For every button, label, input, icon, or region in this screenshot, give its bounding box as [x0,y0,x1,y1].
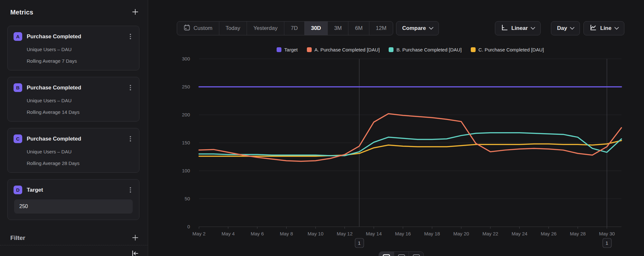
kebab-menu-icon[interactable] [128,136,133,142]
metric-rolling-average: Rolling Average 14 Days [27,109,133,115]
chart-view-icon [383,254,390,256]
filter-section-title: Filter [10,234,25,242]
metrics-report-app: Metrics APurchase CompletedUnique Users … [0,0,644,256]
sidebar: Metrics APurchase CompletedUnique Users … [0,0,148,256]
add-filter-button[interactable] [132,234,139,242]
metric-view-icon [412,254,420,256]
x-axis-tick-label: May 12 [337,231,353,236]
plus-icon [132,8,139,16]
x-axis-tick-label: May 10 [308,231,323,236]
metrics-section-title: Metrics [10,9,33,16]
y-axis-tick-label: 50 [185,196,190,201]
y-axis-tick-label: 250 [182,84,190,89]
kebab-menu-icon[interactable] [128,187,133,193]
collapse-left-icon [131,250,139,256]
series-letter-badge: D [14,186,22,194]
series-letter-badge: A [14,32,22,41]
annotation-badge-label: 1 [358,240,360,246]
annotation-badge[interactable]: 1 [355,238,364,248]
x-axis-tick-label: May 2 [193,231,206,236]
metric-title: Target [27,187,128,193]
metric-card-list: APurchase CompletedUnique Users – DAURol… [7,26,139,220]
x-axis-tick-label: May 16 [395,231,411,236]
x-axis-tick-label: May 4 [222,231,235,236]
metric-title: Purchase Completed [27,85,128,91]
table-view-icon [398,254,405,256]
plus-icon [132,234,139,242]
sidebar-footer-divider [0,245,148,245]
metric-card-header: CPurchase Completed [14,134,133,143]
x-axis-tick-label: May 20 [453,231,469,236]
metric-card-b[interactable]: BPurchase CompletedUnique Users – DAURol… [7,77,139,122]
kebab-menu-icon[interactable] [128,85,133,90]
y-axis-tick-label: 150 [182,140,190,145]
x-axis-tick-label: May 18 [424,231,440,236]
annotation-badge-label: 1 [606,240,608,246]
filter-row: Filter [10,233,139,243]
line-chart[interactable]: 050100150200250300May 2May 4May 6May 8Ma… [148,0,644,256]
y-axis-tick-label: 300 [182,56,190,61]
metric-view-button[interactable] [409,252,423,256]
chart-view-button[interactable] [379,252,394,256]
add-metric-button[interactable] [132,8,139,16]
target-value-input[interactable]: 250 [14,199,133,214]
metric-measurement: Unique Users – DAU [27,97,133,104]
metric-card-header: BPurchase Completed [14,83,133,92]
metric-measurement: Unique Users – DAU [27,46,133,52]
metric-card-c[interactable]: CPurchase CompletedUnique Users – DAURol… [7,128,139,173]
x-axis-tick-label: May 22 [482,231,498,236]
metric-card-a[interactable]: APurchase CompletedUnique Users – DAURol… [7,26,139,70]
metric-title: Purchase Completed [27,33,128,40]
series-letter-badge: B [14,83,22,92]
y-axis-tick-label: 200 [182,112,190,117]
table-view-button[interactable] [394,252,409,256]
metric-measurement: Unique Users – DAU [27,149,133,155]
x-axis-tick-label: May 14 [366,231,382,236]
x-axis-tick-label: May 8 [280,231,293,236]
x-axis-tick-label: May 24 [512,231,527,236]
metric-card-header: APurchase Completed [14,32,133,41]
metric-rolling-average: Rolling Average 28 Days [27,160,133,166]
series-line-a [199,114,621,161]
metric-title: Purchase Completed [27,136,128,142]
series-letter-badge: C [14,134,22,143]
sidebar-header: Metrics [10,6,139,18]
x-axis-tick-label: May 6 [251,231,264,236]
metric-card-header: DTarget [14,186,133,194]
view-switcher [379,251,424,256]
y-axis-tick-label: 100 [182,168,190,173]
metric-rolling-average: Rolling Average 7 Days [27,58,133,64]
x-axis-tick-label: May 28 [570,231,586,236]
metric-card-d[interactable]: DTarget250 [7,179,139,220]
y-axis-tick-label: 0 [187,224,190,229]
report-canvas: CustomTodayYesterday7D30D3M6M12M Compare… [148,0,644,256]
kebab-menu-icon[interactable] [128,34,133,39]
annotation-badge[interactable]: 1 [603,238,611,248]
x-axis-tick-label: May 30 [599,231,615,236]
collapse-sidebar-button[interactable] [131,250,139,256]
x-axis-tick-label: May 26 [541,231,556,236]
